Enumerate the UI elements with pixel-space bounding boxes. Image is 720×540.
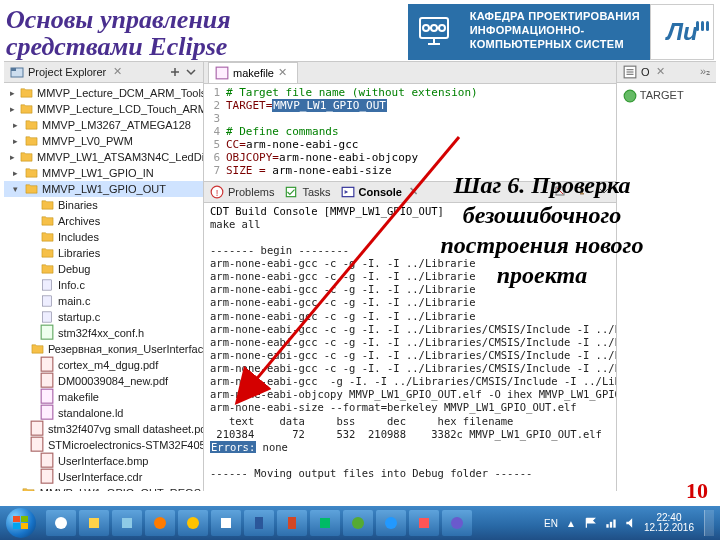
tree-item[interactable]: standalone.ld [4, 405, 203, 421]
project-explorer-tab[interactable]: Project Explorer ✕ [4, 62, 203, 83]
slide-title-line1: Основы управления [6, 5, 231, 34]
svg-rect-0 [420, 18, 448, 38]
eclipse-ide-window: Project Explorer ✕ ▸MMVP_Lecture_DCM_ARM… [4, 61, 716, 491]
department-logo: Ли [650, 4, 714, 60]
radio-waves-icon [694, 9, 709, 37]
outline-icon [623, 65, 637, 79]
tab-problems[interactable]: ! Problems [210, 185, 274, 199]
network-icon[interactable] [604, 516, 618, 530]
tray-expand-icon[interactable]: ▲ [564, 516, 578, 530]
taskbar-app-11[interactable] [376, 510, 406, 536]
svg-point-4 [431, 25, 437, 31]
start-button[interactable] [6, 508, 36, 538]
svg-rect-54 [613, 520, 615, 528]
show-desktop-button[interactable] [704, 510, 714, 536]
tree-item[interactable]: ▸MMVP_LV0_PWM [4, 133, 203, 149]
variable-icon [623, 89, 637, 103]
language-indicator[interactable]: EN [544, 518, 558, 529]
link-with-editor-icon[interactable] [169, 66, 181, 78]
svg-rect-18 [31, 422, 43, 436]
svg-point-49 [385, 517, 397, 529]
svg-text:!: ! [216, 187, 219, 197]
taskbar-app-4[interactable] [145, 510, 175, 536]
tree-item[interactable]: Debug [4, 261, 203, 277]
tab-problems-label: Problems [228, 186, 274, 198]
tree-item[interactable]: makefile [4, 389, 203, 405]
outline-item-label[interactable]: TARGET [640, 89, 684, 101]
tree-item[interactable]: Резервная_копия_UserInterface [4, 341, 203, 357]
editor-tab-makefile[interactable]: makefile ✕ [208, 62, 298, 83]
flag-icon[interactable] [584, 516, 598, 530]
taskbar-app-5[interactable] [178, 510, 208, 536]
tree-item[interactable]: startup.c [4, 309, 203, 325]
svg-point-48 [352, 517, 364, 529]
taskbar-app-13[interactable] [442, 510, 472, 536]
callout-line3: построения нового [441, 232, 644, 258]
dept-line1: КАФЕДРА ПРОЕКТИРОВАНИЯ [470, 10, 640, 22]
svg-rect-12 [43, 311, 52, 321]
tree-item[interactable]: ▸MMVP_LW1_ATSAM3N4C_LedDispl [4, 149, 203, 165]
tree-item[interactable]: main.c [4, 293, 203, 309]
windows-taskbar[interactable]: EN ▲ 22:40 12.12.2016 [0, 506, 720, 540]
tree-item[interactable]: UserInterface.bmp [4, 453, 203, 469]
svg-point-3 [423, 25, 429, 31]
close-icon[interactable]: ✕ [278, 66, 287, 79]
tree-item[interactable]: Libraries [4, 245, 203, 261]
tree-item[interactable]: stm32f407vg small datasheet.pd [4, 421, 203, 437]
taskbar-app-7[interactable] [244, 510, 274, 536]
logo-text: Ли [666, 18, 697, 46]
taskbar-app-1[interactable] [46, 510, 76, 536]
svg-rect-11 [43, 295, 52, 305]
svg-rect-40 [89, 518, 99, 528]
tree-item[interactable]: Archives [4, 213, 203, 229]
taskbar-app-9[interactable] [310, 510, 340, 536]
svg-rect-22 [216, 67, 228, 79]
slide-header: Основы управления средствами Eclipse КАФ… [0, 0, 720, 61]
tree-item[interactable]: Info.c [4, 277, 203, 293]
tree-item[interactable]: UserInterface.cdr [4, 469, 203, 485]
tree-item[interactable]: ▸MMVP_Lecture_LCD_Touch_ARM_T [4, 101, 203, 117]
tree-item[interactable]: ▸MMVP_LW1_GPIO_OUT_REGS [4, 485, 203, 491]
code-editor[interactable]: 1# Target file name (without extension)2… [204, 84, 616, 181]
tree-item[interactable]: DM00039084_new.pdf [4, 373, 203, 389]
department-badge: КАФЕДРА ПРОЕКТИРОВАНИЯ ИНФОРМАЦИОННО- КО… [408, 4, 714, 60]
view-menu-icon[interactable] [185, 66, 197, 78]
taskbar-app-12[interactable] [409, 510, 439, 536]
tree-item[interactable]: ▸MMVP_LM3267_ATMEGA128 [4, 117, 203, 133]
svg-point-5 [439, 25, 445, 31]
tree-item[interactable]: ▸MMVP_Lecture_DCM_ARM_Tools [4, 85, 203, 101]
problems-icon: ! [210, 185, 224, 199]
tree-item[interactable]: Binaries [4, 197, 203, 213]
svg-rect-10 [43, 279, 52, 289]
makefile-icon [215, 66, 229, 80]
instruction-callout: Шаг 6. Проверка безошибочного построения… [384, 170, 700, 290]
taskbar-app-2[interactable] [79, 510, 109, 536]
taskbar-app-6[interactable] [211, 510, 241, 536]
svg-rect-14 [41, 358, 53, 372]
dept-line3: КОМПЬЮТЕРНЫХ СИСТЕМ [470, 38, 624, 50]
tree-item[interactable]: cortex_m4_dgug.pdf [4, 357, 203, 373]
taskbar-clock[interactable]: 22:40 12.12.2016 [644, 513, 694, 533]
close-icon[interactable]: ✕ [113, 65, 122, 78]
slide-title: Основы управления средствами Eclipse [6, 4, 231, 61]
tree-item[interactable]: STMicroelectronics-STM32F405F [4, 437, 203, 453]
taskbar-app-8[interactable] [277, 510, 307, 536]
taskbar-app-3[interactable] [112, 510, 142, 536]
svg-rect-53 [610, 522, 612, 528]
project-tree[interactable]: ▸MMVP_Lecture_DCM_ARM_Tools▸MMVP_Lecture… [4, 83, 203, 491]
tasks-icon [284, 185, 298, 199]
outline-body: TARGET [617, 83, 716, 109]
tree-item[interactable]: ▸MMVP_LW1_GPIO_IN [4, 165, 203, 181]
outline-tab[interactable]: O ✕ »₂ [617, 62, 716, 83]
system-tray[interactable]: EN ▲ 22:40 12.12.2016 [544, 510, 714, 536]
volume-icon[interactable] [624, 516, 638, 530]
tab-tasks[interactable]: Tasks [284, 185, 330, 199]
tree-item[interactable]: stm32f4xx_conf.h [4, 325, 203, 341]
tree-item[interactable]: ▾MMVP_LW1_GPIO_OUT [4, 181, 203, 197]
tree-item[interactable]: Includes [4, 229, 203, 245]
taskbar-app-10[interactable] [343, 510, 373, 536]
svg-rect-13 [41, 326, 53, 340]
dept-line2: ИНФОРМАЦИОННО- [470, 24, 585, 36]
close-icon[interactable]: ✕ [656, 65, 665, 78]
svg-rect-46 [288, 517, 296, 529]
